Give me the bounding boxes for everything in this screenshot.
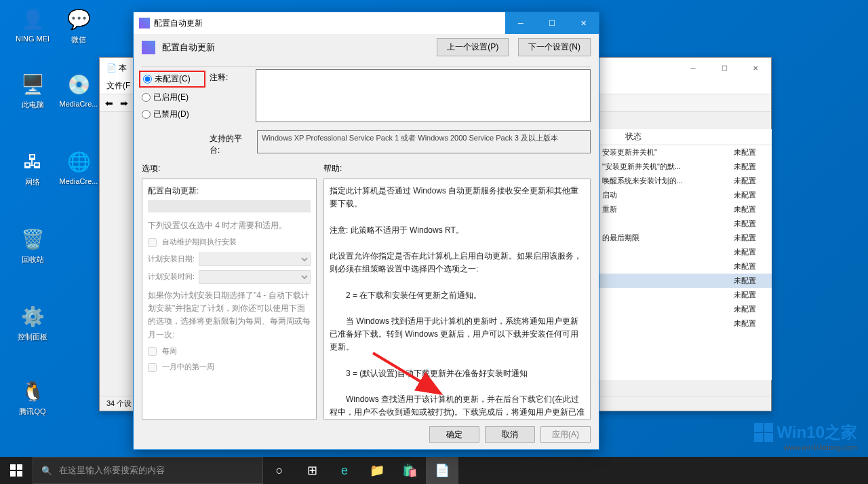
policy-list-item[interactable]: 的最后期限未配置 bbox=[598, 231, 772, 245]
dialog-title: 配置自动更新 bbox=[154, 18, 203, 29]
desktop-icon[interactable]: 💬微信 bbox=[58, 5, 99, 45]
bg-minimize[interactable]: ─ bbox=[677, 58, 709, 78]
list-header-status[interactable]: 状态 bbox=[598, 129, 772, 145]
policy-list-item[interactable]: 未配置 bbox=[598, 217, 772, 231]
radio-enabled[interactable]: 已启用(E) bbox=[142, 92, 203, 103]
policy-list-item[interactable]: 唤醒系统来安装计划的...未配置 bbox=[598, 174, 772, 188]
cb-auto-maintenance bbox=[148, 238, 157, 247]
prev-setting-button[interactable]: 上一个设置(P) bbox=[437, 38, 509, 56]
taskbar[interactable]: 🔍 在这里输入你要搜索的内容 ○ ⊞ e 📁 🛍️ 📄 bbox=[0, 457, 868, 484]
dialog-maximize[interactable]: ☐ bbox=[536, 12, 568, 34]
dialog-minimize[interactable]: ─ bbox=[505, 12, 536, 34]
watermark: Win10之家 www.win10xitong.com bbox=[754, 422, 857, 451]
policy-list-item[interactable]: 未配置 bbox=[598, 245, 772, 259]
install-time-select bbox=[199, 270, 311, 284]
svg-rect-2 bbox=[17, 464, 22, 470]
task-view-button[interactable]: ⊞ bbox=[296, 457, 328, 484]
ok-button[interactable]: 确定 bbox=[429, 426, 479, 443]
policy-list[interactable]: 状态 安装更新并关机"未配置"安装更新并关机"的默...未配置唤醒系统来安装计划… bbox=[598, 129, 772, 380]
dialog-icon bbox=[139, 18, 150, 29]
comment-textarea[interactable] bbox=[256, 69, 591, 122]
cb-first-week bbox=[148, 363, 157, 372]
help-label: 帮助: bbox=[323, 163, 342, 174]
radio-disabled[interactable]: 已禁用(D) bbox=[142, 109, 203, 120]
bg-close[interactable]: ✕ bbox=[740, 58, 771, 78]
svg-rect-1 bbox=[10, 464, 16, 470]
policy-title: 配置自动更新 bbox=[162, 41, 427, 54]
cb-weekly bbox=[148, 347, 157, 356]
bg-title: 📄 本 bbox=[106, 62, 127, 74]
desktop-icon[interactable]: 🖧网络 bbox=[12, 148, 53, 187]
install-day-select bbox=[199, 253, 311, 266]
options-label: 选项: bbox=[142, 163, 323, 174]
taskbar-search[interactable]: 🔍 在这里输入你要搜索的内容 bbox=[33, 457, 263, 484]
cortana-button[interactable]: ○ bbox=[263, 457, 296, 484]
desktop-icon[interactable]: 💿MediaCre... bbox=[58, 71, 99, 108]
policy-list-item[interactable]: "安装更新并关机"的默...未配置 bbox=[598, 160, 772, 174]
dialog-close[interactable]: ✕ bbox=[568, 12, 599, 34]
desktop-icon[interactable]: 🐧腾讯QQ bbox=[12, 377, 53, 417]
svg-rect-3 bbox=[10, 471, 16, 477]
edge-button[interactable]: e bbox=[328, 457, 361, 484]
desktop-icon[interactable]: 🖥️此电脑 bbox=[12, 71, 53, 110]
policy-list-item[interactable]: 未配置 bbox=[598, 302, 772, 316]
svg-rect-4 bbox=[17, 471, 22, 477]
radio-not-configured[interactable]: 未配置(C) bbox=[139, 71, 205, 88]
store-button[interactable]: 🛍️ bbox=[393, 457, 426, 484]
policy-list-item[interactable]: 启动未配置 bbox=[598, 188, 772, 202]
dialog-titlebar[interactable]: 配置自动更新 ─ ☐ ✕ bbox=[134, 12, 599, 34]
search-icon: 🔍 bbox=[41, 466, 52, 476]
next-setting-button[interactable]: 下一个设置(N) bbox=[518, 38, 591, 56]
desktop-icon[interactable]: ⚙️控制面板 bbox=[12, 303, 53, 342]
platform-label: 支持的平台: bbox=[210, 130, 250, 156]
desktop-icon[interactable]: 🗑️回收站 bbox=[12, 225, 53, 265]
comment-label: 注释: bbox=[210, 69, 250, 122]
platform-text: Windows XP Professional Service Pack 1 或… bbox=[257, 130, 591, 153]
cancel-button[interactable]: 取消 bbox=[485, 426, 535, 443]
configure-auto-update-dialog: 配置自动更新 ─ ☐ ✕ 配置自动更新 上一个设置(P) 下一个设置(N) 未配… bbox=[133, 12, 599, 450]
policy-icon bbox=[142, 41, 155, 54]
notepad-button[interactable]: 📄 bbox=[426, 457, 458, 484]
options-pane[interactable]: 配置自动更新: 下列设置仅在选中 4 时才需要和适用。 自动维护期间执行安装 计… bbox=[142, 179, 317, 420]
bg-maximize[interactable]: ☐ bbox=[709, 58, 740, 78]
policy-list-item[interactable]: 重新未配置 bbox=[598, 202, 772, 217]
apply-button[interactable]: 应用(A) bbox=[540, 426, 591, 443]
policy-list-item[interactable]: 未配置 bbox=[598, 316, 772, 331]
start-button[interactable] bbox=[0, 457, 33, 484]
config-dropdown[interactable] bbox=[148, 200, 311, 212]
desktop-icon[interactable]: 🌐MediaCre... bbox=[58, 148, 99, 185]
policy-list-item[interactable]: 未配置 bbox=[598, 259, 772, 274]
policy-list-item[interactable]: 未配置 bbox=[598, 274, 772, 288]
policy-list-item[interactable]: 安装更新并关机"未配置 bbox=[598, 145, 772, 160]
explorer-button[interactable]: 📁 bbox=[361, 457, 393, 484]
policy-list-item[interactable]: 未配置 bbox=[598, 288, 772, 302]
desktop-icon[interactable]: 👤NING MEI bbox=[12, 5, 53, 43]
help-pane[interactable]: 指定此计算机是否通过 Windows 自动更新服务接收安全更新和其他重要下载。 … bbox=[323, 179, 591, 420]
